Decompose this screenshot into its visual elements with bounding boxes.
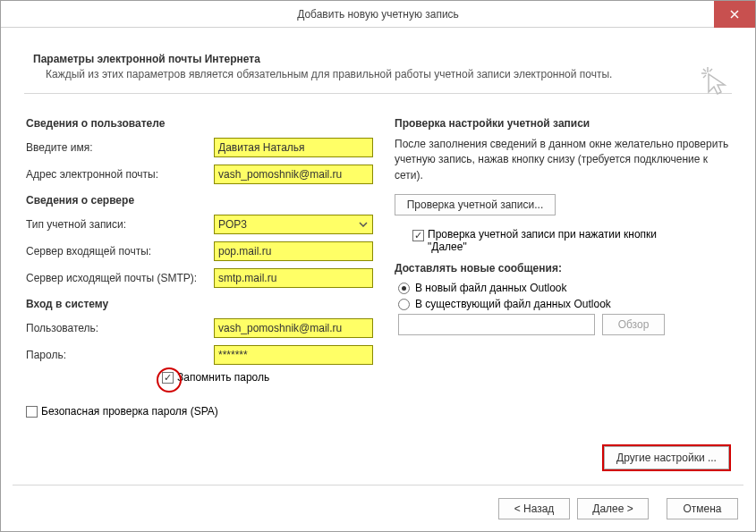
- password-label: Пароль:: [26, 349, 214, 361]
- title-bar: Добавить новую учетную запись: [1, 1, 755, 28]
- account-type-value: POP3: [218, 218, 247, 231]
- incoming-server-input[interactable]: [214, 241, 373, 261]
- account-type-label: Тип учетной записи:: [26, 218, 214, 231]
- cancel-button[interactable]: Отмена: [667, 498, 738, 519]
- svg-line-2: [703, 69, 706, 72]
- cursor-click-icon: [700, 65, 732, 100]
- header-title: Параметры электронной почты Интернета: [33, 53, 723, 65]
- user-info-heading: Сведения о пользователе: [26, 117, 373, 130]
- email-label: Адрес электронной почты:: [26, 168, 214, 181]
- remember-password-checkbox[interactable]: [162, 372, 174, 384]
- outgoing-server-input[interactable]: [214, 268, 373, 288]
- right-column: Проверка настройки учетной записи После …: [395, 108, 730, 421]
- back-button[interactable]: < Назад: [498, 498, 570, 519]
- deliver-heading: Доставлять новые сообщения:: [395, 262, 730, 274]
- outgoing-server-label: Сервер исходящей почты (SMTP):: [26, 272, 214, 284]
- account-type-select[interactable]: POP3: [214, 215, 373, 234]
- spa-label: Безопасная проверка пароля (SPA): [41, 405, 218, 418]
- left-column: Сведения о пользователе Введите имя: Адр…: [26, 108, 373, 421]
- name-label: Введите имя:: [26, 141, 214, 154]
- radio-new-file[interactable]: [398, 283, 410, 294]
- email-input[interactable]: [214, 165, 373, 184]
- separator: [13, 485, 743, 486]
- radio-existing-file[interactable]: [398, 299, 410, 310]
- name-input[interactable]: [214, 138, 373, 157]
- svg-line-3: [709, 69, 712, 72]
- remember-password-label: Запомнить пароль: [177, 371, 269, 384]
- existing-file-path-input[interactable]: [398, 314, 595, 335]
- bottom-button-bar: < Назад Далее > Отмена: [498, 498, 738, 519]
- close-icon: [730, 10, 739, 19]
- test-heading: Проверка настройки учетной записи: [395, 117, 730, 130]
- header-subtitle: Каждый из этих параметров является обяза…: [33, 68, 723, 80]
- incoming-server-label: Сервер входящей почты:: [26, 245, 214, 258]
- spa-checkbox[interactable]: [26, 406, 38, 418]
- password-input[interactable]: [214, 345, 373, 365]
- test-on-next-checkbox[interactable]: [412, 230, 424, 241]
- close-button[interactable]: [714, 1, 755, 28]
- more-settings-button[interactable]: Другие настройки ...: [604, 446, 729, 469]
- browse-button[interactable]: Обзор: [602, 314, 665, 335]
- server-info-heading: Сведения о сервере: [26, 194, 373, 207]
- radio-new-file-label: В новый файл данных Outlook: [415, 282, 567, 294]
- next-button[interactable]: Далее >: [577, 498, 649, 519]
- chevron-down-icon: [356, 217, 370, 232]
- svg-line-4: [703, 75, 706, 78]
- radio-existing-file-label: В существующий файл данных Outlook: [415, 298, 611, 310]
- test-account-button[interactable]: Проверка учетной записи...: [395, 194, 556, 215]
- username-input[interactable]: [214, 318, 373, 338]
- test-description: После заполнения сведений в данном окне …: [395, 137, 730, 183]
- window-title: Добавить новую учетную запись: [297, 8, 459, 21]
- username-label: Пользователь:: [26, 322, 214, 334]
- login-heading: Вход в систему: [26, 298, 373, 310]
- test-on-next-label: Проверка учетной записи при нажатии кноп…: [428, 228, 696, 253]
